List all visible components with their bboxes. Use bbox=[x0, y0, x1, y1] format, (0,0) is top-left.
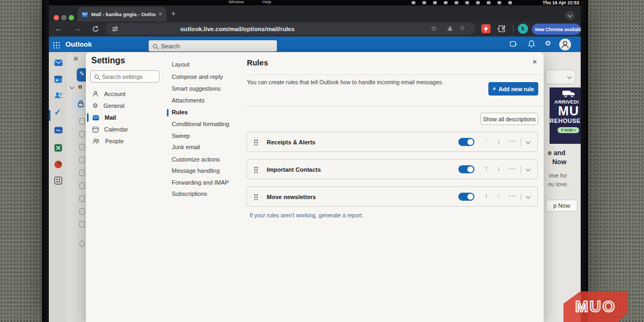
rule-toggle-on[interactable] bbox=[458, 165, 474, 173]
rail-todo-icon[interactable]: ✓ bbox=[54, 108, 61, 116]
adblock-extension-icon[interactable] bbox=[481, 24, 491, 33]
back-button[interactable]: ← bbox=[55, 25, 62, 33]
category-label: General bbox=[104, 103, 125, 109]
drag-handle[interactable] bbox=[254, 166, 258, 173]
address-bar[interactable]: outlook.live.com/mail/options/mail/rules… bbox=[105, 23, 475, 35]
folder-icon[interactable] bbox=[79, 208, 85, 215]
send-later-icon[interactable] bbox=[510, 41, 517, 48]
selected-folder-row-partial[interactable] bbox=[74, 97, 86, 111]
rule-row[interactable]: Move newsletters ↑ ↓ ⋯ bbox=[246, 186, 538, 207]
folder-pane-hamburger-icon[interactable]: ≡ bbox=[74, 55, 78, 62]
temu-ad-banner[interactable]: ARRIVED! MU REHOUSE P NOW > bbox=[550, 87, 581, 144]
rule-row[interactable]: Important Contacts ↑ ↓ ⋯ bbox=[246, 159, 538, 179]
reload-button[interactable] bbox=[92, 25, 99, 33]
menubar-item-help[interactable]: Help bbox=[262, 0, 271, 4]
settings-section-compose[interactable]: Compose and reply bbox=[172, 74, 244, 82]
settings-section-conditional-formatting[interactable]: Conditional formatting bbox=[172, 121, 244, 129]
outlook-search-input[interactable]: Search bbox=[149, 40, 277, 52]
traffic-minimize-button[interactable] bbox=[61, 15, 67, 20]
extensions-puzzle-icon[interactable] bbox=[497, 25, 506, 33]
forward-button[interactable]: → bbox=[74, 25, 80, 33]
settings-category-account[interactable]: Account bbox=[87, 89, 161, 99]
settings-section-message-handling[interactable]: Message handling bbox=[172, 167, 244, 175]
notifications-bell-icon[interactable] bbox=[528, 40, 535, 48]
rail-powerpoint-icon[interactable] bbox=[54, 160, 62, 169]
chrome-update-button[interactable]: New Chrome available ⋮ bbox=[532, 24, 581, 35]
settings-section-attachments[interactable]: Attachments bbox=[172, 97, 244, 105]
settings-category-calendar[interactable]: Calendar bbox=[87, 124, 161, 135]
profile-avatar[interactable]: k bbox=[518, 24, 528, 34]
folder-icon[interactable] bbox=[79, 131, 85, 137]
settings-gear-icon[interactable]: ⚙ bbox=[545, 40, 551, 47]
settings-section-layout[interactable]: Layout bbox=[172, 61, 244, 69]
bookmark-star-icon[interactable]: ☆ bbox=[459, 25, 465, 31]
move-down-icon[interactable]: ↓ bbox=[497, 193, 500, 199]
dialog-close-icon[interactable]: × bbox=[532, 57, 537, 65]
rail-calendar-icon[interactable] bbox=[54, 75, 62, 83]
settings-section-junk-email[interactable]: Junk email bbox=[172, 144, 244, 152]
rule-row[interactable]: Receipts & Alerts ↑ ↓ ⋯ bbox=[246, 131, 538, 152]
settings-section-rules[interactable]: Rules bbox=[172, 109, 244, 117]
move-up-icon[interactable]: ↑ bbox=[485, 138, 488, 144]
menubar-item-window[interactable]: Window bbox=[229, 0, 244, 4]
rail-onedrive-icon[interactable] bbox=[54, 127, 63, 134]
rail-excel-icon[interactable] bbox=[54, 144, 62, 152]
install-icon[interactable] bbox=[447, 25, 453, 32]
traffic-zoom-button[interactable] bbox=[69, 15, 74, 20]
move-down-icon[interactable]: ↓ bbox=[497, 138, 500, 144]
groups-icon[interactable] bbox=[79, 240, 85, 247]
ad-shop-now-button[interactable]: p Now bbox=[546, 200, 577, 211]
expand-rule-chevron-icon[interactable] bbox=[526, 194, 530, 199]
settings-section-customize-actions[interactable]: Customize actions bbox=[172, 156, 244, 164]
folder-icon[interactable] bbox=[79, 144, 85, 150]
rules-footer-link[interactable]: If your rules aren't working, generate a… bbox=[250, 212, 363, 218]
move-down-icon[interactable]: ↓ bbox=[497, 165, 500, 172]
settings-category-people[interactable]: People bbox=[87, 136, 161, 147]
drag-handle[interactable] bbox=[254, 139, 258, 145]
move-up-icon[interactable]: ↑ bbox=[485, 193, 488, 199]
folder-icon[interactable] bbox=[79, 170, 85, 176]
expand-rule-chevron-icon[interactable] bbox=[526, 140, 530, 144]
tab-search-button[interactable] bbox=[565, 11, 575, 20]
app-launcher-icon[interactable] bbox=[52, 41, 60, 48]
rail-mail-icon[interactable] bbox=[54, 59, 63, 67]
account-avatar[interactable] bbox=[559, 39, 571, 50]
rule-toggle-on[interactable] bbox=[458, 138, 474, 146]
rail-people-icon[interactable] bbox=[54, 91, 63, 99]
folder-icon[interactable] bbox=[79, 118, 85, 125]
rule-toggle-on[interactable] bbox=[458, 193, 474, 201]
more-options-icon[interactable]: ⋯ bbox=[509, 165, 515, 172]
preview-icon[interactable]: ◇ bbox=[431, 25, 436, 31]
new-tab-button[interactable]: + bbox=[171, 10, 175, 17]
menubar-clock[interactable]: Thu 16 Apr 22:53 bbox=[543, 0, 579, 5]
outlook-app-name[interactable]: Outlook bbox=[65, 40, 92, 48]
compose-button-partial[interactable]: ✎ bbox=[77, 68, 86, 82]
settings-section-forwarding[interactable]: Forwarding and IMAP bbox=[172, 179, 244, 187]
folder-icon[interactable] bbox=[79, 221, 85, 228]
move-up-icon[interactable]: ↑ bbox=[485, 165, 488, 172]
settings-section-sweep[interactable]: Sweep bbox=[172, 133, 244, 141]
folder-icon[interactable] bbox=[79, 195, 85, 202]
ad-rail-dropdown[interactable] bbox=[545, 70, 576, 84]
site-settings-icon[interactable] bbox=[112, 26, 119, 32]
folder-icon[interactable] bbox=[79, 182, 85, 189]
menubar-status-icons[interactable] bbox=[412, 1, 512, 4]
settings-category-mail[interactable]: Mail bbox=[87, 112, 161, 123]
settings-search-input[interactable]: Search settings bbox=[90, 70, 159, 83]
settings-category-general[interactable]: ⚙ General bbox=[87, 100, 161, 111]
ad-shop-now-cta[interactable]: P NOW > bbox=[558, 127, 579, 133]
settings-section-smart-suggestions[interactable]: Smart suggestions bbox=[172, 85, 244, 93]
tab-close-icon[interactable]: × bbox=[159, 11, 162, 17]
add-new-rule-button[interactable]: + Add new rule bbox=[488, 82, 538, 96]
more-options-icon[interactable]: ⋯ bbox=[509, 193, 515, 199]
browser-tab[interactable]: Mail - kanika gogia - Outlook × bbox=[77, 7, 166, 21]
drag-handle[interactable] bbox=[254, 194, 258, 200]
folder-icon[interactable] bbox=[79, 157, 85, 163]
expand-rule-chevron-icon[interactable] bbox=[526, 167, 530, 171]
macos-menubar: Window Help Thu 16 Apr 22:53 bbox=[49, 0, 581, 5]
more-options-icon[interactable]: ⋯ bbox=[509, 138, 515, 144]
settings-section-subscriptions[interactable]: Subscriptions bbox=[172, 191, 244, 199]
rail-more-apps-icon[interactable] bbox=[54, 177, 62, 185]
traffic-close-button[interactable] bbox=[54, 15, 59, 20]
show-all-descriptions-button[interactable]: Show all descriptions bbox=[480, 113, 538, 125]
